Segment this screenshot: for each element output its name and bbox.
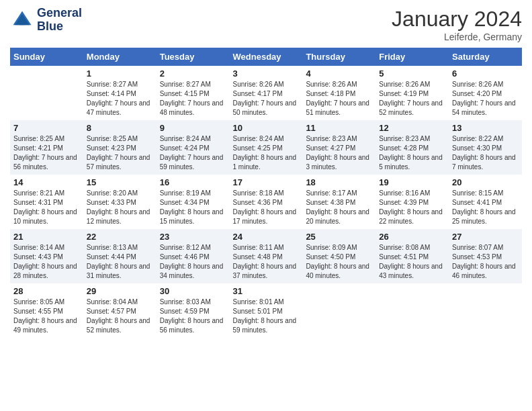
- day-details: Sunrise: 8:05 AMSunset: 4:55 PMDaylight:…: [13, 298, 80, 335]
- day-details: Sunrise: 8:26 AMSunset: 4:17 PMDaylight:…: [233, 80, 300, 118]
- day-cell: 27Sunrise: 8:07 AMSunset: 4:53 PMDayligh…: [449, 229, 522, 283]
- day-cell: 26Sunrise: 8:08 AMSunset: 4:51 PMDayligh…: [375, 229, 449, 283]
- page-header: General Blue January 2024 Leiferde, Germ…: [10, 7, 522, 42]
- title-block: January 2024 Leiferde, Germany: [392, 7, 522, 42]
- day-number: 8: [87, 123, 153, 133]
- day-cell: 14Sunrise: 8:21 AMSunset: 4:31 PMDayligh…: [10, 175, 83, 229]
- week-row-2: 7Sunrise: 8:25 AMSunset: 4:21 PMDaylight…: [10, 120, 522, 175]
- calendar-table: SundayMondayTuesdayWednesdayThursdayFrid…: [10, 48, 522, 338]
- calendar-header-row: SundayMondayTuesdayWednesdayThursdayFrid…: [10, 48, 522, 66]
- day-number: 14: [13, 177, 80, 187]
- day-details: Sunrise: 8:20 AMSunset: 4:33 PMDaylight:…: [87, 189, 153, 226]
- day-details: Sunrise: 8:26 AMSunset: 4:20 PMDaylight:…: [452, 80, 519, 118]
- week-row-5: 28Sunrise: 8:05 AMSunset: 4:55 PMDayligh…: [10, 283, 522, 338]
- header-thursday: Thursday: [302, 48, 375, 66]
- day-number: 17: [233, 177, 300, 187]
- day-cell: 9Sunrise: 8:24 AMSunset: 4:24 PMDaylight…: [157, 120, 230, 175]
- day-cell: 22Sunrise: 8:13 AMSunset: 4:44 PMDayligh…: [83, 229, 157, 283]
- day-number: 29: [87, 286, 153, 296]
- day-number: 18: [306, 177, 372, 187]
- day-details: Sunrise: 8:26 AMSunset: 4:18 PMDaylight:…: [306, 80, 372, 118]
- day-details: Sunrise: 8:22 AMSunset: 4:30 PMDaylight:…: [452, 134, 519, 172]
- day-cell: [449, 283, 522, 338]
- day-number: 6: [452, 68, 519, 79]
- day-cell: 4Sunrise: 8:26 AMSunset: 4:18 PMDaylight…: [302, 66, 375, 120]
- day-number: 27: [452, 232, 519, 242]
- day-details: Sunrise: 8:12 AMSunset: 4:46 PMDaylight:…: [160, 243, 226, 281]
- day-number: 15: [87, 177, 153, 187]
- day-cell: 24Sunrise: 8:11 AMSunset: 4:48 PMDayligh…: [230, 229, 303, 283]
- day-cell: 16Sunrise: 8:19 AMSunset: 4:34 PMDayligh…: [157, 175, 230, 229]
- day-cell: [302, 283, 375, 338]
- day-details: Sunrise: 8:23 AMSunset: 4:28 PMDaylight:…: [379, 134, 445, 172]
- day-number: 26: [379, 232, 445, 242]
- week-row-1: 1Sunrise: 8:27 AMSunset: 4:14 PMDaylight…: [10, 66, 522, 120]
- day-number: 12: [379, 123, 445, 133]
- day-details: Sunrise: 8:08 AMSunset: 4:51 PMDaylight:…: [379, 243, 445, 281]
- day-number: 9: [160, 123, 226, 133]
- day-cell: 18Sunrise: 8:17 AMSunset: 4:38 PMDayligh…: [302, 175, 375, 229]
- day-details: Sunrise: 8:16 AMSunset: 4:39 PMDaylight:…: [379, 189, 445, 226]
- day-number: 28: [13, 286, 80, 296]
- day-cell: 6Sunrise: 8:26 AMSunset: 4:20 PMDaylight…: [449, 66, 522, 120]
- day-number: 4: [306, 68, 372, 79]
- day-number: 3: [233, 68, 300, 79]
- day-cell: 15Sunrise: 8:20 AMSunset: 4:33 PMDayligh…: [83, 175, 157, 229]
- day-details: Sunrise: 8:25 AMSunset: 4:23 PMDaylight:…: [87, 134, 153, 172]
- day-number: 10: [233, 123, 300, 133]
- day-cell: 2Sunrise: 8:27 AMSunset: 4:15 PMDaylight…: [157, 66, 230, 120]
- day-details: Sunrise: 8:18 AMSunset: 4:36 PMDaylight:…: [233, 189, 300, 226]
- day-number: 16: [160, 177, 226, 187]
- day-number: 20: [452, 177, 519, 187]
- day-cell: 3Sunrise: 8:26 AMSunset: 4:17 PMDaylight…: [230, 66, 303, 120]
- day-cell: 8Sunrise: 8:25 AMSunset: 4:23 PMDaylight…: [83, 120, 157, 175]
- week-row-3: 14Sunrise: 8:21 AMSunset: 4:31 PMDayligh…: [10, 175, 522, 229]
- day-cell: [375, 283, 449, 338]
- day-number: 21: [13, 232, 80, 242]
- day-details: Sunrise: 8:03 AMSunset: 4:59 PMDaylight:…: [160, 298, 226, 335]
- day-number: 31: [233, 286, 300, 296]
- day-number: 22: [87, 232, 153, 242]
- day-number: 7: [13, 123, 80, 133]
- day-cell: 23Sunrise: 8:12 AMSunset: 4:46 PMDayligh…: [157, 229, 230, 283]
- day-cell: 28Sunrise: 8:05 AMSunset: 4:55 PMDayligh…: [10, 283, 83, 338]
- day-details: Sunrise: 8:07 AMSunset: 4:53 PMDaylight:…: [452, 243, 519, 281]
- day-cell: [10, 66, 83, 120]
- day-details: Sunrise: 8:04 AMSunset: 4:57 PMDaylight:…: [87, 298, 153, 335]
- header-tuesday: Tuesday: [157, 48, 230, 66]
- day-details: Sunrise: 8:24 AMSunset: 4:25 PMDaylight:…: [233, 134, 300, 172]
- day-details: Sunrise: 8:14 AMSunset: 4:43 PMDaylight:…: [13, 243, 80, 281]
- day-cell: 29Sunrise: 8:04 AMSunset: 4:57 PMDayligh…: [83, 283, 157, 338]
- day-details: Sunrise: 8:11 AMSunset: 4:48 PMDaylight:…: [233, 243, 300, 281]
- day-details: Sunrise: 8:27 AMSunset: 4:15 PMDaylight:…: [160, 80, 226, 118]
- day-number: 13: [452, 123, 519, 133]
- header-saturday: Saturday: [449, 48, 522, 66]
- svg-rect-2: [19, 21, 24, 25]
- header-friday: Friday: [375, 48, 449, 66]
- day-cell: 20Sunrise: 8:15 AMSunset: 4:41 PMDayligh…: [449, 175, 522, 229]
- day-cell: 11Sunrise: 8:23 AMSunset: 4:27 PMDayligh…: [302, 120, 375, 175]
- day-cell: 31Sunrise: 8:01 AMSunset: 5:01 PMDayligh…: [230, 283, 303, 338]
- day-cell: 5Sunrise: 8:26 AMSunset: 4:19 PMDaylight…: [375, 66, 449, 120]
- day-cell: 25Sunrise: 8:09 AMSunset: 4:50 PMDayligh…: [302, 229, 375, 283]
- day-cell: 30Sunrise: 8:03 AMSunset: 4:59 PMDayligh…: [157, 283, 230, 338]
- day-details: Sunrise: 8:21 AMSunset: 4:31 PMDaylight:…: [13, 189, 80, 226]
- week-row-4: 21Sunrise: 8:14 AMSunset: 4:43 PMDayligh…: [10, 229, 522, 283]
- header-wednesday: Wednesday: [230, 48, 303, 66]
- day-number: 5: [379, 68, 445, 79]
- day-number: 11: [306, 123, 372, 133]
- day-details: Sunrise: 8:01 AMSunset: 5:01 PMDaylight:…: [233, 298, 300, 335]
- day-details: Sunrise: 8:17 AMSunset: 4:38 PMDaylight:…: [306, 189, 372, 226]
- logo-text: General Blue: [37, 7, 82, 34]
- day-number: 25: [306, 232, 372, 242]
- day-cell: 21Sunrise: 8:14 AMSunset: 4:43 PMDayligh…: [10, 229, 83, 283]
- day-details: Sunrise: 8:24 AMSunset: 4:24 PMDaylight:…: [160, 134, 226, 172]
- day-number: 30: [160, 286, 226, 296]
- header-sunday: Sunday: [10, 48, 83, 66]
- day-details: Sunrise: 8:26 AMSunset: 4:19 PMDaylight:…: [379, 80, 445, 118]
- header-monday: Monday: [83, 48, 157, 66]
- day-number: 24: [233, 232, 300, 242]
- month-title: January 2024: [392, 7, 522, 32]
- day-number: 1: [87, 68, 153, 79]
- location: Leiferde, Germany: [392, 32, 522, 42]
